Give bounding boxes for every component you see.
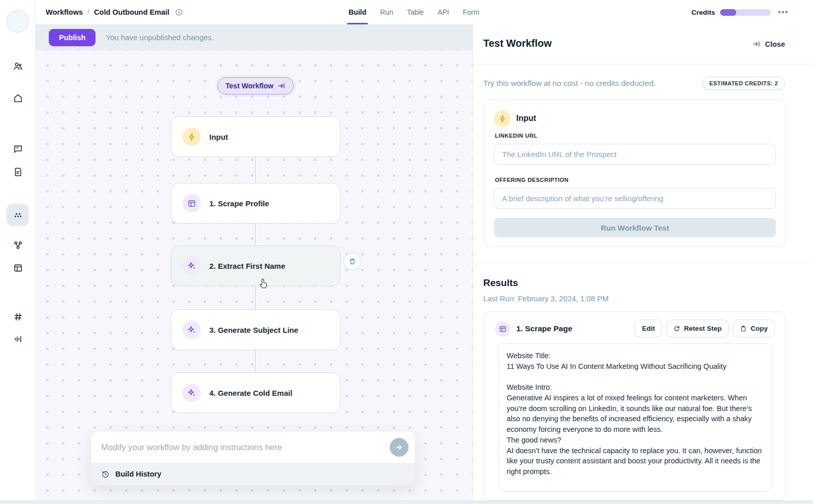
connector-line: [255, 350, 256, 372]
linkedin-url-field[interactable]: [494, 144, 776, 165]
breadcrumb-root[interactable]: Workflows: [46, 8, 83, 16]
left-sidebar: [0, 0, 36, 504]
close-label: Close: [765, 40, 786, 48]
node-label: Input: [209, 133, 228, 141]
node-input[interactable]: Input: [171, 116, 340, 157]
instruction-input-row: [91, 431, 415, 463]
connector-line: [255, 224, 256, 245]
connector-line: [255, 157, 256, 183]
trash-icon: [348, 257, 357, 266]
branch-icon: [13, 240, 23, 250]
offering-description-label: OFFERING DESCRIPTION: [495, 177, 569, 183]
input-card-title: Input: [516, 114, 536, 123]
last-run-timestamp: Last Run: February 3, 2024, 1:08 PM: [483, 294, 609, 303]
top-bar: Workflows / Cold Outbound Email Build Ru…: [36, 0, 813, 24]
breadcrumb-current: Cold Outbound Email: [94, 8, 169, 16]
lightning-bolt-icon: [182, 128, 201, 146]
instruction-input[interactable]: [101, 443, 385, 452]
user-avatar[interactable]: [7, 10, 29, 33]
credits-meter: Credits •••: [692, 0, 789, 24]
retest-step-button[interactable]: Retest Step: [666, 320, 729, 337]
clipboard-icon: [740, 325, 747, 332]
history-icon: [101, 470, 110, 479]
unpublished-changes-message: You have unpublished changes.: [106, 33, 213, 42]
copy-button-label: Copy: [751, 325, 768, 332]
arrow-into-bar-icon: [752, 40, 761, 48]
sidebar-item-home[interactable]: [7, 87, 29, 109]
result-step-title: 1. Scrape Page: [516, 324, 572, 333]
arrow-into-bar-icon: [277, 82, 286, 90]
result-step-card: 1. Scrape Page Edit Retest Step Copy Web…: [483, 311, 786, 500]
browser-window-icon: [495, 321, 511, 337]
edit-button[interactable]: Edit: [635, 320, 662, 337]
publish-button[interactable]: Publish: [49, 29, 96, 46]
view-tabs: Build Run Table API Form: [349, 0, 479, 24]
refresh-icon: [673, 325, 680, 332]
credits-progress-track: [720, 9, 771, 16]
node-scrape-profile[interactable]: 1. Scrape Profile: [171, 183, 340, 224]
ai-sparkle-icon: [182, 384, 201, 402]
people-icon: [13, 61, 23, 72]
panel-header: Test Workflow Close: [473, 24, 813, 65]
breadcrumb-separator: /: [87, 8, 89, 16]
workflow-assistant-box: Build History: [90, 431, 416, 486]
ai-sparkle-icon: [182, 257, 201, 275]
input-card: Input LINKEDIN URL OFFERING DESCRIPTION …: [483, 100, 786, 247]
overflow-menu-icon[interactable]: •••: [778, 8, 789, 16]
tab-api[interactable]: API: [437, 0, 449, 24]
test-workflow-button[interactable]: Test Workflow: [217, 77, 294, 94]
sidebar-item-chat[interactable]: [7, 138, 29, 160]
sidebar-item-hash[interactable]: [7, 305, 29, 328]
build-history-button[interactable]: Build History: [91, 463, 415, 485]
node-generate-subject-line[interactable]: 3. Generate Subject Line: [171, 309, 340, 350]
node-generate-cold-email[interactable]: 4. Generate Cold Email: [171, 372, 340, 413]
results-heading: Results: [483, 277, 518, 289]
node-label: 1. Scrape Profile: [209, 199, 269, 208]
lightning-bolt-icon: [494, 110, 511, 127]
retest-step-label: Retest Step: [684, 325, 722, 332]
panel-title: Test Workflow: [483, 38, 552, 49]
node-label: 4. Generate Cold Email: [209, 389, 292, 397]
workflow-canvas[interactable]: Test Workflow Input 1. Scrape Profile 2.…: [36, 50, 473, 500]
edit-button-label: Edit: [642, 325, 655, 332]
dots-grid-icon: [13, 210, 23, 220]
delete-step-button[interactable]: [343, 253, 361, 270]
run-workflow-test-button[interactable]: Run Workflow Test: [494, 218, 776, 237]
offering-description-field[interactable]: [494, 188, 776, 209]
build-history-label: Build History: [115, 470, 161, 478]
node-label: 2. Extract First Name: [209, 262, 285, 270]
linkedin-url-label: LINKEDIN URL: [495, 133, 538, 139]
sidebar-item-workflows[interactable]: [7, 204, 29, 226]
copy-button[interactable]: Copy: [733, 320, 775, 337]
sidebar-item-people[interactable]: [7, 55, 29, 77]
hash-icon: [13, 311, 23, 322]
node-label: 3. Generate Subject Line: [209, 326, 298, 334]
credits-progress-fill: [720, 9, 736, 16]
estimated-credits-badge: ESTIMATED CREDITS: 2: [702, 77, 785, 90]
table-layout-icon: [13, 263, 23, 273]
sidebar-item-tables[interactable]: [7, 257, 29, 279]
sidebar-item-branch[interactable]: [7, 234, 29, 256]
sidebar-item-document[interactable]: [7, 161, 29, 183]
send-arrow-icon: [395, 443, 403, 452]
tab-table[interactable]: Table: [407, 0, 424, 24]
sidebar-item-audio[interactable]: [7, 328, 29, 350]
info-icon[interactable]: [175, 8, 183, 16]
credits-label: Credits: [692, 9, 715, 16]
close-panel-button[interactable]: Close: [752, 40, 786, 48]
browser-window-icon: [182, 194, 201, 212]
tab-run[interactable]: Run: [380, 0, 393, 24]
send-button[interactable]: [390, 438, 409, 457]
bottom-edge-strip: [0, 500, 813, 504]
home-icon: [13, 93, 23, 104]
tab-form[interactable]: Form: [463, 0, 480, 24]
document-icon: [13, 167, 23, 177]
waveform-icon: [13, 334, 23, 344]
node-extract-first-name[interactable]: 2. Extract First Name: [171, 245, 340, 286]
connector-line: [255, 286, 256, 309]
ai-sparkle-icon: [182, 321, 201, 339]
step-actions: Edit Retest Step Copy: [635, 320, 775, 337]
section-divider: [473, 262, 813, 262]
test-workflow-panel: Test Workflow Close Try this workflow at…: [473, 24, 813, 504]
tab-build[interactable]: Build: [349, 0, 366, 24]
